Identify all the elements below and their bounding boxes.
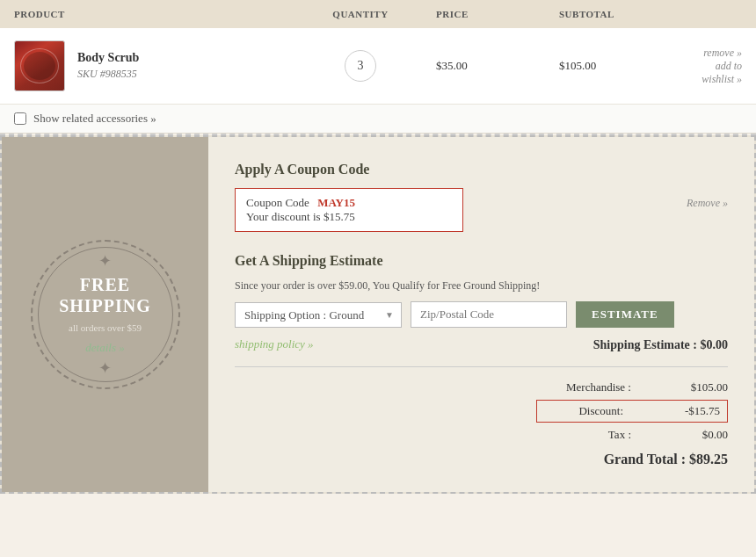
merchandise-row: Merchandise : $105.00 bbox=[552, 378, 728, 397]
remove-link[interactable]: remove » bbox=[682, 47, 742, 60]
shipping-policy-link[interactable]: shipping policy » bbox=[235, 337, 314, 351]
free-shipping-subtext: all orders over $59 bbox=[50, 322, 161, 335]
product-info: Body Scrub SKU #988535 bbox=[77, 51, 139, 81]
tax-label: Tax : bbox=[552, 428, 631, 442]
coupon-discount-text: Your discount is $15.75 bbox=[246, 210, 355, 223]
free-shipping-details-link[interactable]: details » bbox=[50, 341, 161, 355]
coupon-section-title: Apply A Coupon Code bbox=[235, 162, 728, 177]
coupon-remove-link[interactable]: Remove » bbox=[687, 197, 728, 210]
totals-section: Merchandise : $105.00 Discount: -$15.75 … bbox=[235, 366, 728, 467]
discount-row: Discount: -$15.75 bbox=[536, 400, 728, 423]
shipping-option-wrapper[interactable]: Shipping Option : Ground ▼ bbox=[235, 302, 402, 328]
shipping-estimate-label: Shipping Estimate : bbox=[593, 338, 697, 351]
shipping-option-select[interactable]: Shipping Option : Ground bbox=[244, 308, 392, 322]
merchandise-label: Merchandise : bbox=[552, 380, 631, 394]
tax-row: Tax : $0.00 bbox=[552, 425, 728, 445]
coupon-row: Coupon Code MAY15 Your discount is $15.7… bbox=[235, 188, 728, 235]
coupon-left: Coupon Code MAY15 Your discount is $15.7… bbox=[235, 188, 463, 235]
actions-header bbox=[668, 0, 756, 28]
price-header: PRICE bbox=[422, 0, 545, 28]
product-name: Body Scrub bbox=[77, 51, 139, 65]
product-sku: SKU #988535 bbox=[77, 68, 139, 81]
cart-item-row: Body Scrub SKU #988535 3 $35.00 $105.00 … bbox=[0, 28, 756, 105]
product-image bbox=[14, 40, 65, 91]
discount-label: Discount: bbox=[544, 404, 623, 418]
product-header: PRODUCT bbox=[0, 0, 299, 28]
wishlist-link[interactable]: add to wishlist » bbox=[682, 60, 742, 86]
free-shipping-panel: ✦ FREE SHIPPING all orders over $59 deta… bbox=[2, 137, 208, 492]
tax-value: $0.00 bbox=[666, 428, 728, 442]
estimate-button[interactable]: ESTIMATE bbox=[576, 301, 674, 328]
shipping-estimate-value: $0.00 bbox=[701, 338, 729, 351]
subtotal-cell: $105.00 bbox=[545, 28, 668, 105]
merchandise-value: $105.00 bbox=[666, 380, 728, 394]
accessories-checkbox[interactable] bbox=[14, 112, 26, 125]
accessories-check: Show related accessories » bbox=[14, 112, 742, 126]
accessories-label[interactable]: Show related accessories » bbox=[33, 112, 156, 126]
zip-input[interactable] bbox=[411, 301, 567, 328]
shipping-controls: Shipping Option : Ground ▼ ESTIMATE bbox=[235, 301, 728, 328]
coupon-box: Coupon Code MAY15 Your discount is $15.7… bbox=[235, 188, 463, 232]
grand-total-row: Grand Total : $89.25 bbox=[604, 445, 728, 467]
free-shipping-heading: FREE SHIPPING bbox=[50, 274, 161, 316]
free-shipping-badge: ✦ FREE SHIPPING all orders over $59 deta… bbox=[31, 240, 180, 389]
discount-value: -$15.75 bbox=[658, 404, 720, 418]
accessories-row: Show related accessories » bbox=[0, 105, 756, 134]
subtotal-header: SUBTOTAL bbox=[545, 0, 668, 28]
shipping-policy-row: shipping policy » Shipping Estimate : $0… bbox=[235, 336, 728, 352]
shipping-section-title: Get A Shipping Estimate bbox=[235, 253, 728, 269]
totals-wrapper: Merchandise : $105.00 Discount: -$15.75 … bbox=[235, 378, 728, 467]
actions-cell: remove » add to wishlist » bbox=[668, 28, 756, 105]
bottom-section: ✦ FREE SHIPPING all orders over $59 deta… bbox=[0, 135, 756, 494]
shipping-note: Since your order is over $59.00, You Qua… bbox=[235, 279, 728, 293]
coupon-code-label: Coupon Code bbox=[246, 196, 309, 209]
quantity-value[interactable]: 3 bbox=[345, 50, 376, 82]
badge-inner: ✦ FREE SHIPPING all orders over $59 deta… bbox=[33, 230, 178, 398]
product-col: Body Scrub SKU #988535 bbox=[14, 40, 285, 91]
quantity-cell: 3 bbox=[299, 28, 422, 105]
price-cell: $35.00 bbox=[422, 28, 545, 105]
quantity-header: QUANTITY bbox=[299, 0, 422, 28]
right-panel: Apply A Coupon Code Coupon Code MAY15 Yo… bbox=[208, 137, 754, 492]
grand-total-label: Grand Total : $89.25 bbox=[604, 452, 728, 467]
coupon-code-value: MAY15 bbox=[317, 196, 355, 209]
ornament-top: ✦ bbox=[50, 251, 161, 271]
ornament-bottom: ✦ bbox=[50, 358, 161, 378]
cart-table: PRODUCT QUANTITY PRICE SUBTOTAL Body Scr… bbox=[0, 0, 756, 134]
shipping-estimate-result: Shipping Estimate : $0.00 bbox=[593, 338, 728, 352]
